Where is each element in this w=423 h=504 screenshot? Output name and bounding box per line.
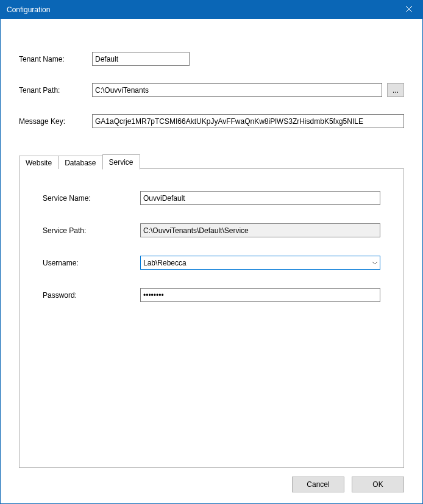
tenant-path-input[interactable] [92, 83, 382, 97]
password-input[interactable] [140, 288, 380, 302]
tab-service[interactable]: Service [102, 154, 140, 170]
message-key-label: Message Key: [19, 117, 92, 126]
password-row: Password: [43, 288, 380, 302]
tabs-area: Website Database Service Service Name: S… [19, 154, 404, 468]
titlebar: Configuration [1, 1, 422, 19]
tab-strip: Website Database Service [19, 154, 404, 168]
tenant-name-label: Tenant Name: [19, 55, 92, 63]
service-path-input [140, 223, 380, 237]
tenant-path-row: Tenant Path: ... [19, 83, 404, 97]
close-button[interactable] [395, 1, 422, 19]
service-name-input[interactable] [140, 191, 380, 205]
message-key-input[interactable] [92, 114, 404, 128]
browse-button[interactable]: ... [387, 83, 404, 97]
cancel-button[interactable]: Cancel [292, 477, 344, 492]
tenant-path-label: Tenant Path: [19, 86, 92, 95]
tab-website[interactable]: Website [19, 156, 59, 169]
username-input[interactable] [140, 256, 380, 270]
tenant-name-row: Tenant Name: [19, 52, 404, 66]
username-row: Username: [43, 256, 380, 270]
window-title: Configuration [7, 5, 50, 14]
tab-panel-service: Service Name: Service Path: Username: [19, 168, 404, 468]
username-combo[interactable] [140, 256, 380, 270]
ok-button[interactable]: OK [352, 477, 404, 492]
dialog-buttons: Cancel OK [19, 477, 404, 492]
configuration-dialog: Configuration Tenant Name: Tenant Path: … [0, 0, 423, 504]
tab-database[interactable]: Database [58, 156, 102, 169]
message-key-row: Message Key: [19, 114, 404, 128]
tenant-name-input[interactable] [92, 52, 190, 66]
service-name-row: Service Name: [43, 191, 380, 205]
service-name-label: Service Name: [43, 194, 140, 203]
dialog-content: Tenant Name: Tenant Path: ... Message Ke… [1, 19, 422, 503]
service-path-label: Service Path: [43, 226, 140, 235]
password-label: Password: [43, 291, 140, 300]
close-icon [406, 5, 412, 14]
username-label: Username: [43, 259, 140, 267]
service-path-row: Service Path: [43, 223, 380, 237]
ellipsis-icon: ... [393, 86, 399, 95]
